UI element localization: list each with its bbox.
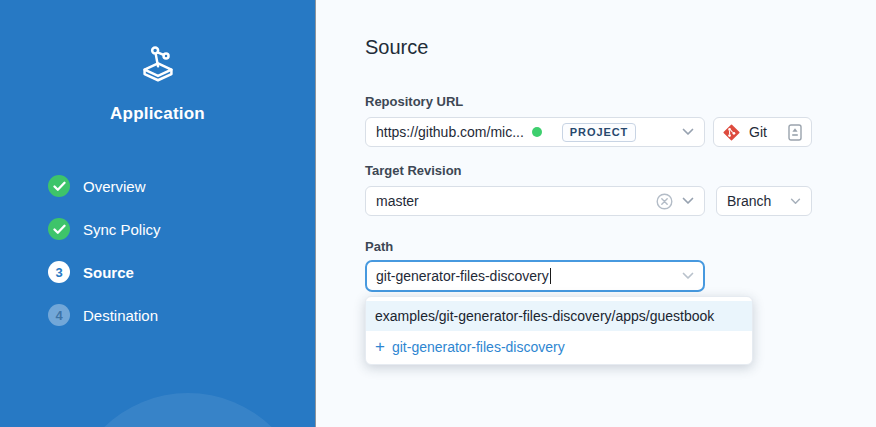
decorative-circle [68, 393, 308, 427]
repository-url-input[interactable]: https://github.com/mic... PROJECT [365, 117, 705, 147]
repository-url-value: https://github.com/mic... [376, 124, 524, 140]
path-create-label: git-generator-files-discovery [392, 339, 565, 355]
chevron-down-icon[interactable] [682, 197, 694, 205]
chevron-down-icon[interactable] [682, 272, 694, 280]
path-suggestion-item[interactable]: examples/git-generator-files-discovery/a… [366, 301, 752, 331]
path-create-item[interactable]: + git-generator-files-discovery [366, 331, 752, 364]
step-done-check-icon [48, 175, 70, 197]
repo-type-label: Git [749, 124, 767, 140]
step-number-badge: 3 [48, 261, 70, 283]
path-value: git-generator-files-discovery [376, 268, 549, 284]
sidebar-item-overview[interactable]: Overview [48, 175, 161, 197]
step-label: Sync Policy [83, 221, 161, 238]
type-selector-icon[interactable] [788, 124, 802, 141]
target-revision-input[interactable]: master [365, 186, 705, 216]
plus-icon: + [375, 340, 385, 354]
sidebar-title: Application [0, 104, 315, 124]
chevron-down-icon [790, 198, 801, 205]
wizard-steps: Overview Sync Policy 3 Source 4 Destinat… [48, 175, 161, 347]
project-badge: PROJECT [562, 123, 636, 142]
chevron-down-icon[interactable] [682, 128, 694, 136]
target-revision-value: master [376, 193, 419, 209]
application-icon [0, 40, 315, 90]
repo-connected-status-dot [532, 127, 542, 137]
sidebar-item-sync-policy[interactable]: Sync Policy [48, 218, 161, 240]
sidebar-item-source[interactable]: 3 Source [48, 261, 161, 283]
repo-type-git-button[interactable]: Git [713, 117, 812, 147]
sidebar-item-destination[interactable]: 4 Destination [48, 304, 161, 326]
page-title: Source [365, 36, 876, 59]
repository-url-label: Repository URL [365, 94, 876, 109]
path-label: Path [365, 239, 876, 254]
source-step-panel: Source Repository URL https://github.com… [317, 0, 876, 427]
step-label: Destination [83, 307, 158, 324]
step-label: Source [83, 264, 134, 281]
wizard-sidebar: Application Overview Sync Policy 3 Sourc… [0, 0, 316, 427]
text-caret [550, 268, 552, 284]
step-label: Overview [83, 178, 146, 195]
clear-input-icon[interactable] [656, 193, 673, 210]
git-logo-icon [723, 124, 740, 141]
revision-type-select[interactable]: Branch [716, 186, 812, 216]
path-input[interactable]: git-generator-files-discovery [365, 260, 705, 292]
step-number-badge: 4 [48, 304, 70, 326]
revision-type-value: Branch [727, 193, 771, 209]
step-done-check-icon [48, 218, 70, 240]
target-revision-label: Target Revision [365, 163, 876, 178]
path-autocomplete-dropdown: examples/git-generator-files-discovery/a… [365, 296, 753, 365]
